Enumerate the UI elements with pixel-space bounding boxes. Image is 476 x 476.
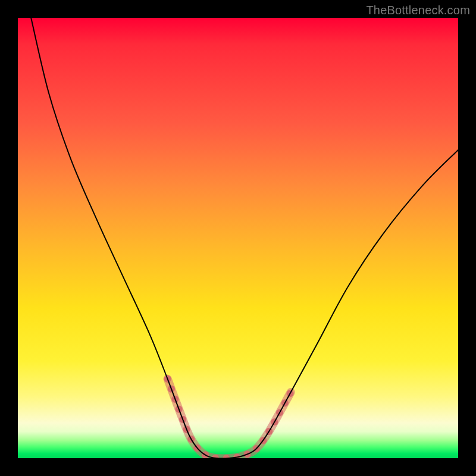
bottleneck-curve [31, 18, 458, 458]
chart-frame: TheBottleneck.com [0, 0, 476, 476]
curve-layer [18, 18, 458, 458]
plot-area [18, 18, 458, 458]
watermark-text: TheBottleneck.com [366, 4, 470, 17]
